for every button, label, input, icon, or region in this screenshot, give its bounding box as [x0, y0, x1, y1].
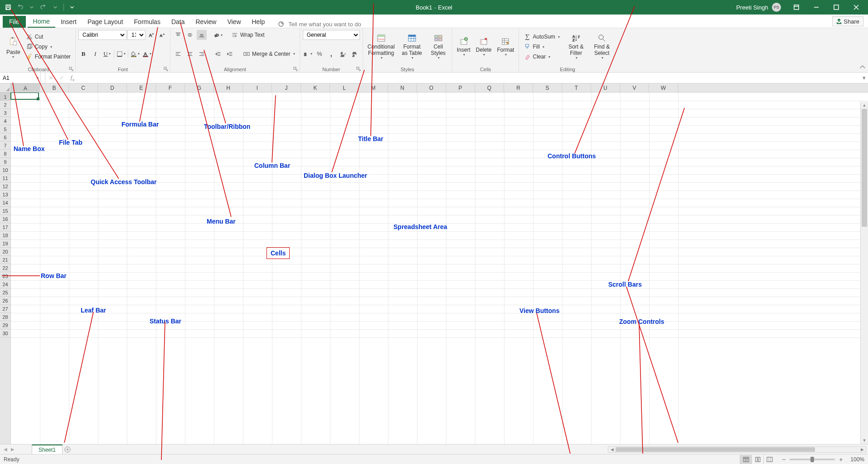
qat-customize-icon[interactable] [67, 2, 78, 13]
row-header[interactable]: 24 [0, 280, 10, 288]
align-top-icon[interactable] [173, 30, 183, 40]
close-button[interactable] [847, 0, 865, 15]
zoom-out-button[interactable]: − [781, 456, 787, 463]
sheet-nav-next-icon[interactable]: ▶ [9, 446, 16, 453]
file-tab[interactable]: File [3, 16, 26, 28]
tab-review[interactable]: Review [190, 16, 222, 28]
copy-button[interactable]: Copy [24, 42, 73, 51]
dialog-launcher-font[interactable] [164, 66, 169, 71]
tab-formulas[interactable]: Formulas [129, 16, 166, 28]
horizontal-scrollbar[interactable]: ◀ ▶ [608, 446, 866, 453]
row-header[interactable]: 14 [0, 199, 10, 207]
decrease-indent-icon[interactable] [213, 49, 223, 59]
percent-format-icon[interactable]: % [315, 49, 325, 59]
row-header[interactable]: 2 [0, 101, 10, 109]
maximize-button[interactable] [827, 0, 845, 15]
row-header[interactable]: 20 [0, 248, 10, 256]
name-box-input[interactable] [0, 75, 36, 81]
number-format-select[interactable]: General [303, 30, 360, 40]
tab-insert[interactable]: Insert [55, 16, 82, 28]
tell-me-search[interactable]: Tell me what you want to do [277, 20, 361, 28]
account-info[interactable]: Preeti Singh PS [736, 3, 781, 12]
column-header[interactable]: U [591, 83, 620, 92]
increase-indent-icon[interactable] [225, 49, 235, 59]
font-size-select[interactable]: 11 [127, 30, 145, 40]
ribbon-display-options-icon[interactable] [787, 0, 805, 15]
fill-handle[interactable] [37, 98, 39, 100]
view-normal-button[interactable] [740, 455, 752, 464]
underline-button[interactable]: U [102, 49, 112, 59]
active-cell[interactable] [10, 93, 39, 100]
row-header[interactable]: 28 [0, 313, 10, 321]
autosum-button[interactable]: ∑AutoSum [522, 32, 561, 41]
undo-dropdown-icon[interactable] [26, 2, 37, 13]
column-header[interactable]: B [40, 83, 69, 92]
row-header[interactable]: 13 [0, 190, 10, 199]
formula-input[interactable] [78, 75, 860, 81]
row-header[interactable]: 29 [0, 321, 10, 329]
column-header[interactable]: M [359, 83, 388, 92]
increase-font-icon[interactable]: A [146, 30, 156, 40]
row-header[interactable]: 11 [0, 174, 10, 182]
orientation-icon[interactable]: ab [213, 30, 223, 40]
column-header[interactable]: N [388, 83, 417, 92]
select-all-corner[interactable] [0, 83, 11, 92]
add-sheet-button[interactable] [63, 444, 73, 454]
column-header[interactable]: Q [475, 83, 504, 92]
cell-grid[interactable] [11, 93, 868, 444]
align-center-icon[interactable] [185, 49, 195, 59]
row-header[interactable]: 19 [0, 239, 10, 248]
row-header[interactable]: 1 [0, 93, 10, 101]
row-header[interactable]: 9 [0, 158, 10, 166]
column-header[interactable]: G [185, 83, 214, 92]
name-box[interactable]: ▾ [0, 73, 41, 83]
align-left-icon[interactable] [173, 49, 183, 59]
row-header[interactable]: 25 [0, 288, 10, 297]
font-name-select[interactable]: Calibri [78, 30, 126, 40]
row-header[interactable]: 4 [0, 117, 10, 125]
column-header[interactable]: P [446, 83, 475, 92]
dialog-launcher-number[interactable] [356, 66, 362, 71]
tab-data[interactable]: Data [166, 16, 190, 28]
decrease-font-icon[interactable]: A [157, 30, 167, 40]
row-header[interactable]: 22 [0, 264, 10, 272]
dialog-launcher-clipboard[interactable] [69, 66, 74, 71]
italic-button[interactable]: I [90, 49, 100, 59]
zoom-slider[interactable] [790, 459, 835, 460]
insert-function-button[interactable]: fx [67, 73, 78, 83]
row-header[interactable]: 10 [0, 166, 10, 174]
row-header[interactable]: 18 [0, 231, 10, 239]
sheet-tab-active[interactable]: Sheet1 [32, 444, 63, 454]
collapse-ribbon-icon[interactable] [859, 64, 866, 71]
clear-button[interactable]: Clear [522, 52, 561, 61]
save-icon[interactable] [3, 2, 14, 13]
column-header[interactable]: K [301, 83, 330, 92]
column-header[interactable]: H [214, 83, 243, 92]
view-page-break-button[interactable] [763, 455, 775, 464]
tab-help[interactable]: Help [247, 16, 271, 28]
column-header[interactable]: J [272, 83, 301, 92]
bold-button[interactable]: B [78, 49, 88, 59]
column-header[interactable]: A [11, 83, 40, 93]
comma-format-icon[interactable]: , [326, 49, 336, 59]
vertical-scrollbar[interactable]: ▲ ▼ [860, 102, 868, 444]
column-header[interactable]: I [243, 83, 272, 92]
cell-styles-button[interactable]: Cell Styles [427, 32, 449, 61]
align-bottom-icon[interactable] [197, 30, 207, 40]
accounting-format-icon[interactable]: $ [303, 49, 313, 59]
column-header[interactable]: L [330, 83, 359, 92]
font-color-button[interactable]: A [142, 49, 152, 59]
zoom-in-button[interactable]: + [838, 456, 844, 463]
insert-cells-button[interactable]: Insert [455, 35, 472, 58]
minimize-button[interactable] [807, 0, 825, 15]
row-header[interactable]: 21 [0, 256, 10, 264]
row-header[interactable]: 27 [0, 305, 10, 313]
row-header[interactable]: 7 [0, 142, 10, 150]
zoom-level[interactable]: 100% [850, 456, 864, 463]
view-page-layout-button[interactable] [752, 455, 763, 464]
name-box-dropdown-icon[interactable]: ▾ [36, 76, 40, 80]
delete-cells-button[interactable]: Delete [474, 35, 494, 58]
sort-filter-button[interactable]: AZSort & Filter [565, 32, 587, 61]
expand-formula-bar-icon[interactable]: ▾ [860, 73, 868, 83]
row-header[interactable]: 8 [0, 150, 10, 158]
